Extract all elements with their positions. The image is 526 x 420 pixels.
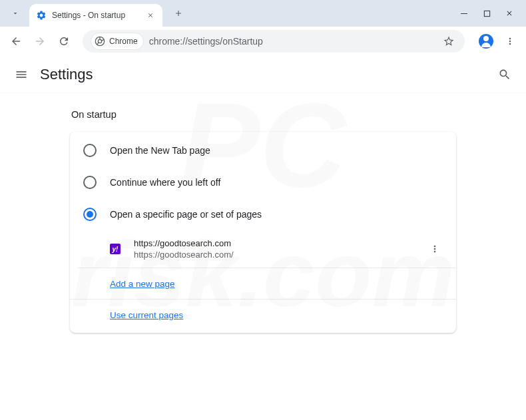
radio-icon-selected (83, 208, 97, 221)
option-label: Open a specific page or set of pages (110, 209, 262, 220)
settings-icon (36, 10, 47, 21)
site-info-chip[interactable]: Chrome (91, 33, 144, 50)
content-area: On startup Open the New Tab page Continu… (0, 93, 526, 333)
browser-menu-button[interactable] (499, 31, 521, 52)
page-favicon: y! (110, 244, 121, 254)
omnibox[interactable]: Chrome chrome://settings/onStartup (83, 30, 465, 53)
startup-card: Open the New Tab page Continue where you… (70, 132, 456, 333)
option-label: Continue where you left off (110, 177, 220, 188)
new-tab-button[interactable] (169, 4, 188, 23)
chip-label: Chrome (109, 37, 138, 46)
minimize-button[interactable] (453, 3, 475, 23)
close-window-button[interactable] (498, 3, 521, 23)
option-label: Open the New Tab page (110, 145, 210, 156)
tab-title: Settings - On startup (52, 11, 145, 20)
option-specific-pages[interactable]: Open a specific page or set of pages (70, 198, 456, 230)
add-page-row[interactable]: Add a new page (70, 268, 456, 300)
menu-icon[interactable] (13, 67, 29, 83)
window-controls (453, 0, 521, 27)
back-button[interactable] (5, 31, 27, 52)
startup-page-row: y! https://goodtosearch.com https://good… (78, 230, 456, 268)
svg-rect-0 (461, 13, 467, 14)
page-more-button[interactable] (427, 241, 443, 257)
page-title: Settings (40, 66, 93, 83)
option-continue[interactable]: Continue where you left off (70, 166, 456, 198)
page-label: https://goodtosearch.com (134, 238, 427, 248)
toolbar: Chrome chrome://settings/onStartup (0, 27, 526, 56)
svg-rect-1 (484, 11, 489, 16)
titlebar: Settings - On startup (0, 0, 526, 27)
profile-button[interactable] (477, 32, 495, 51)
use-current-row[interactable]: Use current pages (70, 300, 456, 330)
add-page-link[interactable]: Add a new page (110, 279, 175, 289)
maximize-button[interactable] (475, 3, 498, 23)
bookmark-icon[interactable] (441, 33, 457, 49)
page-url: https://goodtosearch.com/ (134, 250, 427, 260)
section-title: On startup (71, 109, 456, 120)
use-current-link[interactable]: Use current pages (110, 310, 183, 320)
close-tab-icon[interactable] (145, 10, 156, 21)
avatar-icon (479, 34, 493, 49)
browser-tab[interactable]: Settings - On startup (29, 4, 162, 27)
settings-header: Settings (0, 56, 526, 93)
option-new-tab[interactable]: Open the New Tab page (70, 134, 456, 166)
radio-icon (83, 176, 97, 189)
reload-button[interactable] (53, 31, 75, 52)
chrome-icon (94, 35, 106, 47)
forward-button[interactable] (29, 31, 51, 52)
search-icon[interactable] (497, 67, 513, 83)
tab-search-dropdown[interactable] (5, 3, 25, 23)
url-text: chrome://settings/onStartup (149, 36, 441, 47)
radio-icon (83, 144, 97, 157)
